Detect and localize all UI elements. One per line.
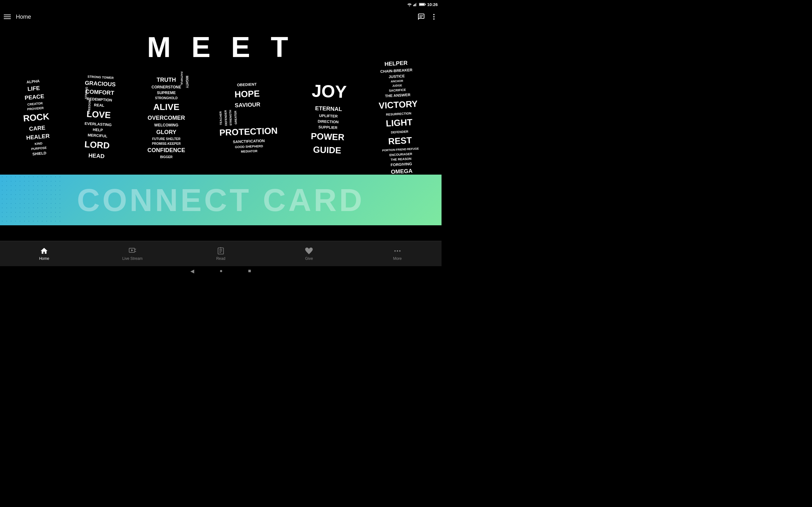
word-column-5: JOY ETERNAL UPLIFTER DIRECTION SUPPLIER …: [311, 67, 346, 168]
read-icon: [217, 247, 225, 255]
battery-icon: [419, 3, 426, 6]
svg-point-23: [397, 250, 398, 251]
svg-marker-14: [131, 249, 133, 251]
nav-label-read: Read: [216, 257, 225, 261]
nav-item-give[interactable]: Give: [265, 247, 353, 261]
app-bar-actions: [417, 13, 438, 20]
nav-item-home[interactable]: Home: [0, 247, 88, 261]
more-options-button[interactable]: [430, 13, 438, 20]
svg-rect-3: [415, 3, 415, 6]
nav-item-read[interactable]: Read: [177, 247, 265, 261]
word-column-4: OBEDIENT HOPE SAVIOUR TEACHER DEFENDER S…: [219, 67, 277, 168]
home-icon: [40, 247, 48, 255]
hamburger-menu-button[interactable]: [4, 14, 11, 19]
word-cloud: ALPHA LIFE PEACE CREATOR PROVIDER ROCK C…: [0, 67, 442, 175]
svg-rect-7: [419, 3, 424, 5]
svg-point-0: [409, 5, 410, 6]
status-bar: 10:26: [0, 0, 442, 9]
status-time: 10:26: [427, 2, 438, 7]
more-vertical-icon: [430, 13, 438, 20]
chat-button[interactable]: [417, 13, 425, 20]
android-home-button[interactable]: ●: [219, 268, 223, 274]
live-stream-icon: [129, 247, 137, 255]
android-back-button[interactable]: ◀: [190, 268, 194, 274]
word-column-3: TRUTH CORNERSTONE SUPREME FAITHFUL MIGHT…: [148, 67, 185, 168]
svg-rect-2: [414, 4, 415, 6]
meet-title: M E E T: [0, 31, 442, 64]
app-bar-title: Home: [16, 14, 417, 20]
nav-label-give: Give: [305, 257, 313, 261]
nav-label-live-stream: Live Stream: [122, 257, 143, 261]
bottom-navigation: Home Live Stream Read Give: [0, 241, 442, 266]
svg-rect-1: [413, 5, 414, 6]
svg-point-12: [433, 18, 435, 20]
connect-section: CONNECT CARD: [0, 175, 442, 225]
svg-point-22: [394, 250, 396, 251]
signal-icon: [413, 3, 418, 6]
chat-icon: [417, 13, 425, 20]
nav-item-more[interactable]: More: [353, 247, 442, 261]
nav-label-more: More: [393, 257, 402, 261]
wifi-icon: [407, 3, 412, 6]
word-column-1: ALPHA LIFE PEACE CREATOR PROVIDER ROCK C…: [23, 67, 49, 168]
status-icons: 10:26: [407, 2, 438, 7]
word-column-6: HELPER CHAIN-BREAKER JUSTICE ANCHOR JUDG…: [379, 67, 418, 168]
word-column-2: STRONG TOWER GRACIOUS COMFORT REDEMPTION…: [83, 67, 114, 168]
connect-card-text: CONNECT CARD: [77, 182, 364, 218]
app-bar: Home: [0, 9, 442, 25]
more-dots-icon: [393, 247, 402, 255]
svg-point-24: [399, 250, 400, 251]
svg-point-10: [433, 14, 435, 15]
svg-rect-8: [419, 15, 423, 16]
svg-rect-9: [419, 17, 422, 17]
svg-rect-6: [425, 4, 426, 5]
main-content: M E E T ALPHA LIFE PEACE CREATOR PROVIDE…: [0, 25, 442, 241]
svg-point-11: [433, 16, 435, 17]
give-icon: [305, 247, 313, 255]
connect-dots-decoration: [0, 175, 63, 225]
nav-label-home: Home: [39, 257, 49, 261]
android-nav-bar: ◀ ● ■: [0, 266, 442, 276]
nav-item-live-stream[interactable]: Live Stream: [88, 247, 176, 261]
svg-rect-4: [416, 3, 416, 6]
meet-section: M E E T: [0, 25, 442, 67]
android-recent-button[interactable]: ■: [248, 268, 251, 274]
